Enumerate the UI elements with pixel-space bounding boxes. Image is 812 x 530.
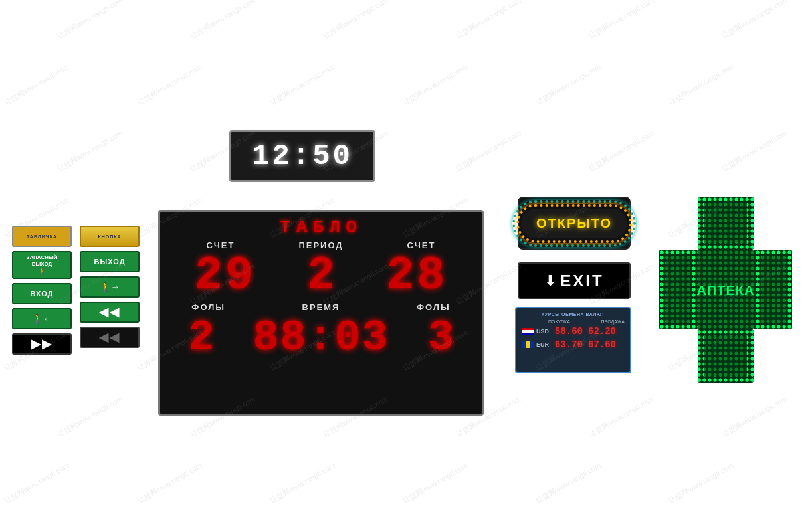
apteka-cross-svg: АПТЕКА	[659, 197, 792, 383]
svg-rect-14	[698, 197, 704, 250]
period-value: 2	[304, 253, 338, 300]
runner-right-sign: 🚶→	[80, 276, 140, 298]
vyhod-sign: ВЫХОД	[80, 251, 140, 272]
clock-time: 12:50	[252, 139, 353, 173]
vhod-sign: ВХОД	[12, 283, 72, 304]
fouls-right-label: ФОЛЫ	[407, 302, 460, 312]
emergency-label-1: ТАБЛИЧКА	[27, 234, 57, 239]
zapasnoj-vyhod-sign: ЗАПАСНЫЙВЫХОД 🚶	[12, 251, 72, 279]
arrow-right-icon: ▶▶	[31, 337, 52, 351]
arrow-left-green-sign: ◀◀	[80, 302, 140, 323]
score-right: 28	[377, 253, 457, 300]
runner-left-icon: 🚶←	[32, 313, 52, 324]
gold-label: КНОПКА	[98, 234, 121, 239]
eur-row: EUR 63.70 67.60	[522, 339, 625, 350]
arrow-dark-icon: ◀◀	[99, 330, 120, 345]
svg-rect-18	[659, 250, 698, 256]
time-label: ВРЕМЯ	[268, 302, 374, 312]
scoreboard-scores: 29 2 28	[165, 253, 476, 300]
svg-rect-20	[754, 250, 760, 329]
svg-rect-27	[747, 329, 754, 383]
vhod-label: ВХОД	[31, 290, 54, 298]
svg-rect-16	[659, 250, 666, 329]
eur-sell: 67.60	[588, 339, 616, 350]
period-label: ПЕРИОД	[291, 240, 351, 250]
buy-label: ПОКУПКА	[548, 319, 570, 324]
score-left: 29	[185, 253, 265, 300]
svg-rect-26	[698, 329, 704, 383]
score-right-label: СЧЕТ	[381, 240, 461, 250]
clock-display: 12:50	[229, 130, 375, 182]
sell-label: ПРОДАЖА	[601, 319, 625, 324]
left-signs-column-1: ТАБЛИЧКА ЗАПАСНЫЙВЫХОД 🚶 ВХОД 🚶← ▶▶	[12, 226, 72, 355]
apteka-cross: АПТЕКА	[659, 197, 792, 383]
currency-header: ПОКУПКА ПРОДАЖА	[522, 319, 625, 324]
exit-sign: ⬇ EXIT	[518, 262, 631, 299]
fouls-left: 2	[181, 313, 221, 363]
svg-rect-22	[754, 250, 792, 256]
fouls-right: 3	[421, 313, 460, 363]
arrow-right-black-sign: ▶▶	[12, 333, 72, 355]
usd-name: USD	[536, 328, 552, 335]
exit-text: EXIT	[560, 272, 603, 290]
score-left-label: СЧЕТ	[181, 240, 260, 250]
currency-title: КУРСЫ ОБМЕНА ВАЛЮТ	[522, 312, 625, 317]
usd-flag	[522, 328, 534, 335]
otkryto-sign: ОТКРЫТО	[518, 197, 631, 250]
arrow-left-icon: ◀◀	[99, 305, 120, 319]
eur-buy: 63.70	[555, 339, 583, 350]
svg-rect-12	[698, 197, 754, 203]
svg-rect-25	[698, 376, 754, 383]
usd-buy: 58.60	[555, 326, 583, 337]
svg-rect-19	[659, 323, 698, 329]
otkryto-inner: ОТКРЫТО	[521, 209, 627, 238]
zapasnoj-icon: 🚶	[38, 268, 46, 276]
scoreboard-bottom: 2 88:03 3	[165, 313, 476, 363]
scoreboard: ТАБЛО СЧЕТ ПЕРИОД СЧЕТ 29 2 28 ФОЛЫ ВРЕМ…	[158, 210, 484, 416]
svg-rect-21	[785, 250, 792, 329]
fouls-left-label: ФОЛЫ	[182, 302, 235, 312]
svg-rect-15	[747, 197, 754, 250]
runner-right-icon: 🚶→	[100, 282, 120, 292]
left-signs-column-2: КНОПКА ВЫХОД 🚶→ ◀◀ ◀◀	[80, 226, 140, 348]
svg-text:АПТЕКА: АПТЕКА	[697, 283, 755, 298]
scoreboard-title: ТАБЛО	[165, 217, 476, 238]
emergency-sign-1: ТАБЛИЧКА	[12, 226, 72, 247]
scoreboard-row2-labels: ФОЛЫ ВРЕМЯ ФОЛЫ	[165, 302, 476, 312]
exit-arrow-icon: ⬇	[544, 272, 556, 290]
vyhod-label: ВЫХОД	[94, 258, 125, 266]
svg-rect-24	[698, 329, 754, 336]
svg-rect-13	[698, 243, 754, 250]
usd-sell: 62.20	[588, 326, 616, 337]
currency-exchange: КУРСЫ ОБМЕНА ВАЛЮТ ПОКУПКА ПРОДАЖА USD 5…	[515, 307, 631, 373]
svg-rect-11	[698, 329, 754, 383]
eur-flag	[522, 341, 534, 348]
svg-rect-7	[698, 197, 754, 250]
game-time: 88:03	[253, 313, 389, 363]
zapasnoj-label: ЗАПАСНЫЙВЫХОД	[26, 254, 57, 267]
runner-left-sign: 🚶←	[12, 308, 72, 329]
svg-rect-23	[754, 323, 792, 329]
eur-name: EUR	[536, 341, 552, 348]
gold-sign: КНОПКА	[80, 226, 140, 247]
arrow-dark-sign: ◀◀	[80, 327, 140, 348]
scoreboard-row1-labels: СЧЕТ ПЕРИОД СЧЕТ	[165, 240, 476, 250]
usd-row: USD 58.60 62.20	[522, 326, 625, 337]
otkryto-yellow-border	[516, 204, 632, 243]
